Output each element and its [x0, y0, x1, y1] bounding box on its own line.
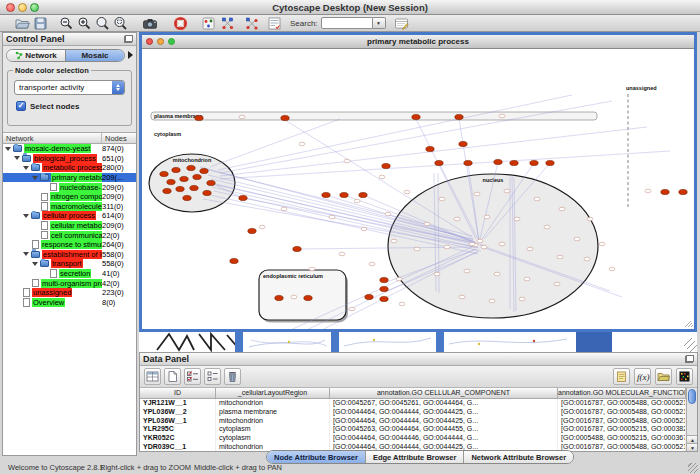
network-node[interactable] — [385, 212, 391, 216]
network-node[interactable] — [299, 142, 305, 146]
zoom-out-button[interactable] — [58, 15, 74, 31]
network-node-selected-color[interactable] — [380, 296, 388, 301]
network-node[interactable] — [339, 252, 345, 256]
column-header-annotation-go-molecular-function[interactable]: annotation.GO MOLECULAR_FUNCTION — [558, 388, 686, 398]
network-node[interactable] — [645, 189, 651, 193]
network-node-selected-color[interactable] — [435, 160, 443, 165]
network-node[interactable] — [404, 190, 410, 194]
tree-row-unassigned[interactable]: unassigned223(0) — [3, 288, 136, 298]
network-node[interactable] — [239, 115, 245, 119]
network-node-selected-color[interactable] — [167, 179, 175, 184]
canvas-resize-grip[interactable] — [685, 321, 693, 327]
network-node-selected-color[interactable] — [340, 192, 348, 197]
network-node-selected-color[interactable] — [281, 115, 289, 120]
network-node-selected-color[interactable] — [459, 141, 467, 146]
network-node[interactable] — [291, 295, 297, 299]
network-node-selected-color[interactable] — [275, 295, 283, 300]
network-node-selected-color[interactable] — [530, 160, 538, 165]
new-attribute-button[interactable] — [164, 368, 181, 385]
layout-button-2[interactable] — [244, 15, 260, 31]
zoom-fit-button[interactable] — [112, 15, 128, 31]
network-node-selected-color[interactable] — [412, 114, 420, 119]
network-node-selected-color[interactable] — [293, 246, 301, 251]
network-node-selected-color[interactable] — [304, 295, 312, 300]
tree-row-biological-process[interactable]: biological_process651(0) — [3, 154, 136, 164]
search-dropdown-arrow[interactable]: ▼ — [373, 17, 386, 29]
attribute-matrix-button[interactable] — [676, 368, 693, 385]
scroll-up-button[interactable]: ▲ — [687, 435, 697, 443]
network-node-selected-color[interactable] — [464, 160, 472, 165]
search-input[interactable] — [321, 17, 373, 29]
attribute-table-button[interactable] — [144, 368, 161, 385]
network-node-selected-color[interactable] — [176, 186, 184, 191]
network-node-selected-color[interactable] — [195, 115, 203, 120]
expand-triangle-icon[interactable] — [23, 166, 29, 170]
network-node[interactable] — [379, 175, 385, 179]
zoom-selected-button[interactable] — [94, 15, 110, 31]
network-node[interactable] — [584, 257, 590, 261]
network-node-selected-color[interactable] — [510, 160, 518, 165]
network-node-selected-color[interactable] — [382, 163, 390, 168]
network-node[interactable] — [494, 272, 500, 276]
network-node[interactable] — [554, 282, 560, 286]
table-row[interactable]: YJR121W__1mitochondrion[GO:0045267, GO:0… — [140, 399, 697, 408]
network-node-selected-color[interactable] — [172, 167, 180, 172]
network-node[interactable] — [414, 247, 420, 251]
expand-triangle-icon[interactable] — [32, 176, 38, 180]
column-header-annotation-go-cellular-component[interactable]: annotation.GO CELLULAR_COMPONENT — [330, 388, 558, 398]
network-node[interactable] — [514, 217, 520, 221]
network-node[interactable] — [361, 227, 367, 231]
network-node[interactable] — [424, 222, 430, 226]
tree-row-mosaic-demo-yeast[interactable]: mosaic-demo-yeast874(0) — [3, 144, 136, 154]
network-node-selected-color[interactable] — [190, 185, 198, 190]
tree-row-multi-organism-pro[interactable]: multi-organism pro42(0) — [3, 278, 136, 288]
save-session-button[interactable] — [32, 15, 48, 31]
network-node-selected-color[interactable] — [180, 176, 188, 181]
network-node[interactable] — [574, 237, 580, 241]
tree-header-network[interactable]: Network — [3, 133, 102, 143]
scroll-down-button[interactable]: ▼ — [687, 443, 697, 451]
annotation-form-button[interactable] — [266, 15, 282, 31]
zoom-in-button[interactable] — [76, 15, 92, 31]
network-node[interactable] — [599, 242, 605, 246]
unselect-attributes-button[interactable] — [204, 368, 221, 385]
vizmapper-button[interactable] — [200, 15, 216, 31]
table-row[interactable]: YLR295Ccytoplasm[GO:0045263, GO:0044464,… — [140, 425, 697, 434]
network-node-selected-color[interactable] — [203, 190, 211, 195]
network-node-selected-color[interactable] — [365, 294, 373, 299]
network-node[interactable] — [454, 217, 460, 221]
network-node[interactable] — [439, 197, 445, 201]
scrollbar-thumb[interactable] — [688, 389, 696, 404]
tree-row-overview[interactable]: Overview8(0) — [3, 298, 136, 308]
network-node[interactable] — [474, 192, 480, 196]
tab-overflow-arrow-icon[interactable] — [128, 51, 133, 59]
expand-triangle-icon[interactable] — [23, 214, 29, 218]
network-node[interactable] — [399, 302, 405, 306]
tree-row-nitrogen-compo[interactable]: nitrogen compo209(0) — [3, 192, 136, 202]
select-attributes-button[interactable] — [184, 368, 201, 385]
network-node[interactable] — [559, 207, 565, 211]
network-node[interactable] — [344, 159, 350, 163]
tree-header-nodes[interactable]: Nodes — [102, 133, 136, 143]
network-node-selected-color[interactable] — [207, 180, 215, 185]
import-attributes-button[interactable] — [655, 368, 672, 385]
tree-row-nucleobase[interactable]: nucleobase-209(0) — [3, 182, 136, 192]
network-node[interactable] — [524, 277, 530, 281]
network-canvas[interactable]: plasma membranecytoplasmmitochondrionnuc… — [142, 49, 694, 329]
network-node[interactable] — [354, 199, 360, 203]
network-node[interactable] — [504, 189, 510, 193]
network-node[interactable] — [499, 114, 505, 118]
expand-triangle-icon[interactable] — [32, 262, 38, 266]
expand-triangle-icon[interactable] — [23, 252, 29, 256]
network-node[interactable] — [469, 242, 475, 246]
network-node-selected-color[interactable] — [193, 174, 201, 179]
formula-builder-button[interactable]: f(x) — [634, 368, 651, 385]
tree-row-secretion[interactable]: secretion41(0) — [3, 269, 136, 279]
snapshot-button[interactable] — [142, 15, 158, 31]
tree-row-transport[interactable]: transport558(0) — [3, 259, 136, 269]
tree-row-primary-metabo[interactable]: primary metabo209(... — [3, 173, 136, 183]
column-header-cellularlayoutregion[interactable]: _cellularLayoutRegion — [216, 388, 330, 398]
expand-triangle-icon[interactable] — [14, 156, 20, 160]
network-node-selected-color[interactable] — [322, 192, 330, 197]
table-row[interactable]: YPL036W__1mitochondrion[GO:0044464, GO:0… — [140, 417, 697, 426]
